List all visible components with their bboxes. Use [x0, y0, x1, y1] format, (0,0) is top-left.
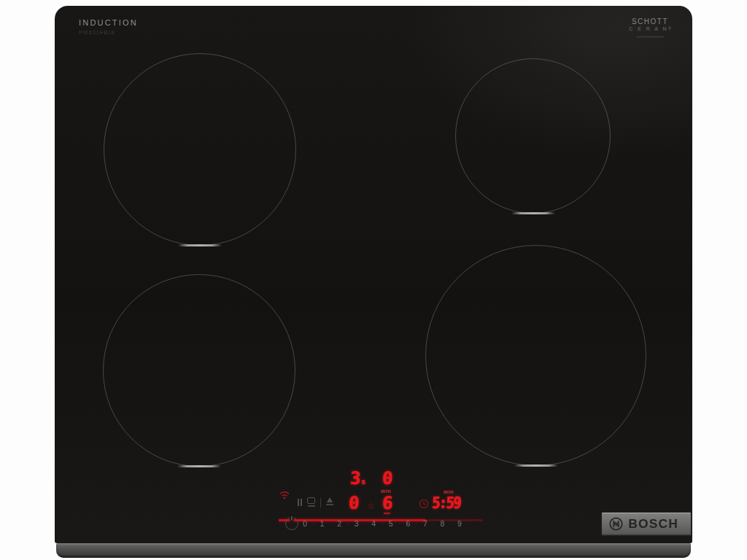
front-left-power-display: 0	[348, 494, 360, 512]
power-level-4[interactable]: 4	[371, 519, 376, 528]
on-off-key-icon[interactable]	[307, 497, 315, 507]
registered-mark: ®	[668, 26, 671, 31]
induction-label: INDUCTION	[79, 18, 138, 27]
power-level-8[interactable]: 8	[441, 519, 445, 528]
power-level-7[interactable]: 7	[423, 519, 427, 528]
boost-caption	[326, 504, 333, 505]
boost-key-icon[interactable]	[326, 497, 333, 505]
home-connect-wifi-icon	[279, 489, 290, 502]
ceran-wordmark: C E R A N®	[626, 26, 674, 31]
schott-wordmark: SCHOTT	[626, 18, 674, 26]
secondary-keys	[298, 497, 333, 508]
schott-ceran-logo: SCHOTT C E R A N®	[626, 18, 674, 38]
timer-clock-icon[interactable]	[419, 499, 429, 512]
clock-display: 5:59	[431, 495, 460, 511]
digit-separator: ·	[416, 520, 418, 527]
rear-left-power-display: 3s	[349, 470, 366, 487]
digit-separator: ·	[312, 520, 314, 527]
zone-marker	[514, 464, 558, 467]
on-off-caption	[308, 505, 315, 507]
power-level-9[interactable]: 9	[457, 519, 462, 528]
zone-marker	[511, 212, 555, 214]
on-off-glyph	[307, 497, 315, 504]
zone-marker	[178, 244, 222, 246]
product-photo: INDUCTION PIE631HB1E SCHOTT C E R A N®	[0, 0, 747, 560]
power-suffix: s	[361, 478, 366, 486]
zone-marker	[177, 465, 221, 467]
digit-separator: ·	[450, 520, 452, 527]
power-level-3[interactable]: 3	[355, 519, 359, 528]
cooking-zone-front-left	[103, 274, 295, 467]
power-level-5[interactable]: 5	[389, 519, 393, 528]
timer-display: 6	[382, 494, 393, 512]
cooking-zone-front-right	[425, 245, 646, 466]
surface-label-block: INDUCTION PIE631HB1E	[79, 18, 138, 35]
power-level-row: 0·1·2·3·4·5·6·7·8·9	[303, 518, 462, 529]
power-level-2[interactable]: 2	[337, 519, 341, 528]
power-level-6[interactable]: 6	[406, 519, 410, 528]
bosch-wordmark: BOSCH	[628, 517, 678, 532]
key-divider	[320, 498, 321, 508]
star-icon[interactable]: ☆	[367, 501, 375, 511]
rear-right-power-display: 0	[382, 470, 393, 487]
digit-separator: ·	[381, 520, 383, 527]
bosch-armature-icon	[608, 516, 624, 532]
digit-separator: ·	[347, 520, 349, 527]
cooking-zone-rear-right	[455, 58, 611, 214]
digit-separator: ·	[433, 520, 435, 527]
front-trim-strip	[56, 543, 691, 558]
boost-glyph	[327, 497, 333, 502]
digit-separator: ·	[398, 520, 400, 527]
digit-separator: ·	[330, 520, 332, 527]
fine-print	[636, 36, 664, 38]
bosch-badge: BOSCH	[601, 512, 692, 536]
power-level-1[interactable]: 1	[320, 519, 325, 528]
model-number: PIE631HB1E	[79, 30, 138, 35]
cooking-zone-rear-left	[104, 53, 296, 246]
power-level-0[interactable]: 0	[303, 519, 307, 528]
power-button[interactable]	[285, 517, 298, 530]
pause-icon[interactable]	[298, 499, 302, 506]
digit-separator: ·	[364, 520, 366, 527]
timer-underline	[384, 513, 390, 514]
